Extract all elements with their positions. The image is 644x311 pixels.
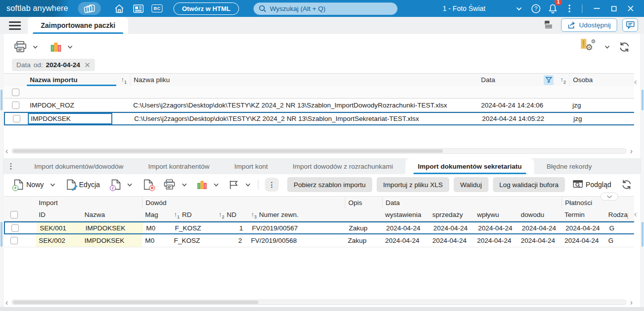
share-button[interactable]: Udostępnij — [561, 18, 617, 32]
tab-import-kont[interactable]: Import kont — [222, 158, 280, 174]
column-header-sprzedazy[interactable]: sprzedaży — [429, 208, 474, 221]
cell-data[interactable]: 2024-04-24 14:24:06 — [478, 99, 557, 111]
group-header-data[interactable]: Data — [382, 197, 562, 208]
scrollbar-thumb[interactable] — [0, 222, 2, 247]
column-header-mag[interactable]: Mag — [142, 208, 171, 221]
cell-numer-zewn[interactable]: FV/2019/00568 — [248, 234, 345, 247]
cell-nazwa-pliku[interactable]: C:\Users\j2zagors\Desktop\dok\TESTY\KZ 2… — [130, 99, 478, 111]
menu-button[interactable] — [9, 21, 21, 30]
cell-osoba[interactable]: jzg — [569, 99, 619, 111]
cell-rd[interactable]: F_KOSZ — [172, 222, 217, 233]
cell-data[interactable]: 2024-04-24 14:05:22 — [479, 113, 558, 124]
maximize-button[interactable] — [605, 1, 622, 15]
settings-warning-button[interactable]: ! ⚙ ⚙ — [581, 40, 597, 53]
more-actions-button[interactable]: ⋮ — [265, 178, 279, 192]
cell-termin[interactable]: 2024-04-24 — [562, 234, 605, 247]
settings-dropdown[interactable] — [604, 44, 611, 50]
modules-button[interactable] — [78, 2, 101, 15]
cell-termin[interactable]: 2024-04-24 — [563, 222, 606, 233]
cell-rodzaj[interactable]: G — [606, 222, 629, 233]
cell-rodzaj[interactable]: G — [605, 234, 628, 247]
column-header-nazwa-pliku[interactable]: Nazwa pliku — [130, 74, 478, 86]
bc-button[interactable]: BC — [148, 1, 166, 15]
column-header-wplywu[interactable]: wpływu — [474, 208, 518, 221]
cell-nazwa-importu-focused[interactable]: IMPDOKSEK — [28, 113, 118, 124]
scrollbar-track[interactable] — [11, 148, 626, 154]
open-in-html-button[interactable]: Otwórz w HTML — [173, 2, 239, 15]
filter-remove-icon[interactable]: ✕ — [84, 61, 90, 69]
document-info-dropdown[interactable] — [126, 182, 133, 188]
more-options-button[interactable] — [561, 1, 578, 15]
cell-id[interactable]: SEK/002 — [36, 234, 81, 247]
delete-button[interactable]: ✕ — [143, 178, 154, 191]
notifications-button[interactable]: 1 — [544, 1, 561, 15]
minimize-button[interactable] — [588, 1, 605, 15]
cell-opis[interactable]: Zakup — [346, 222, 383, 233]
tab-import-kontrahentow[interactable]: Import kontrahentów — [136, 158, 222, 174]
cell-nazwa-importu[interactable]: IMPDOK_ROZ — [27, 99, 117, 111]
scroll-right-icon[interactable]: › — [629, 147, 634, 155]
scroll-left-icon[interactable]: ‹ — [4, 299, 9, 307]
cell-mag[interactable]: M0 — [142, 234, 171, 247]
column-header-dowodu[interactable]: dowodu — [518, 208, 562, 221]
cell-dowodu[interactable]: 2024-04-24 — [518, 234, 562, 247]
cell-sprzedazy[interactable]: 2024-04-24 — [429, 234, 474, 247]
chart-detail-button[interactable] — [196, 179, 208, 191]
top-grid-horizontal-scrollbar[interactable]: ‹ › — [4, 147, 634, 155]
column-header-nazwa[interactable]: Nazwa — [81, 208, 142, 221]
tab-zaimportowane-paczki[interactable]: Zaimportowane paczki — [28, 17, 128, 34]
cell-opis[interactable]: Zakup — [345, 234, 382, 247]
column-header-nd[interactable]: ↑2 ND — [216, 208, 248, 221]
scrollbar-thumb[interactable] — [13, 301, 258, 304]
column-header-nazwa-importu[interactable]: Nazwa importu — [27, 74, 117, 86]
print-detail-dropdown[interactable] — [181, 182, 188, 188]
chat-button[interactable] — [622, 18, 638, 32]
cell-id[interactable]: SEK/001 — [37, 222, 82, 233]
company-selector[interactable]: 1 - Foto Świat — [443, 4, 485, 12]
tab-bledne-rekordy[interactable]: Błędne rekordy — [534, 158, 604, 174]
row-checkbox[interactable] — [12, 102, 19, 109]
cell-wystawienia[interactable]: 2024-04-24 — [383, 222, 430, 233]
bottom-grid-horizontal-scrollbar[interactable]: ‹ › — [4, 299, 634, 306]
search-box[interactable] — [253, 2, 398, 15]
cell-nd[interactable]: 2 — [216, 234, 248, 247]
cell-osoba[interactable]: jzg — [570, 113, 620, 124]
scroll-right-icon[interactable]: › — [629, 299, 634, 307]
group-header-platnosci[interactable]: Płatności — [562, 197, 628, 208]
cell-dowodu[interactable]: 2024-04-24 — [519, 222, 563, 233]
cell-numer-zewn[interactable]: FV/2019/00567 — [249, 222, 346, 233]
tab-import-dokumentow-sekretariatu[interactable]: Import dokumentów sekretariatu — [405, 158, 534, 174]
cell-nd[interactable]: 1 — [217, 222, 249, 233]
column-header-id[interactable]: ID — [36, 208, 81, 221]
column-header-osoba[interactable]: Osoba — [569, 74, 619, 86]
row-checkbox[interactable] — [10, 237, 18, 244]
scrollbar-thumb[interactable] — [642, 222, 644, 247]
flag-dropdown[interactable] — [244, 182, 251, 188]
cell-rd[interactable]: F_KOSZ — [171, 234, 216, 247]
pin-panel-button[interactable] — [541, 18, 556, 32]
cell-nazwa-pliku[interactable]: C:\Users\j2zagors\Desktop\dok\TESTY\KZ 2… — [131, 113, 479, 124]
row-checkbox[interactable] — [11, 224, 19, 232]
filter-chip[interactable]: Data od: 2024-04-24 ✕ — [12, 59, 95, 71]
collapse-panel-left-icon[interactable]: ‹ — [634, 209, 637, 218]
flag-button[interactable] — [228, 179, 240, 191]
cell-wystawienia[interactable]: 2024-04-24 — [382, 234, 429, 247]
tab-import-dowodow-z-rozrachunkami[interactable]: Import dowodów z rozrachunkami — [280, 158, 405, 174]
chart-button[interactable] — [50, 40, 63, 53]
cell-sprzedazy[interactable]: 2024-04-24 — [430, 222, 475, 233]
chart-detail-dropdown[interactable] — [213, 182, 220, 188]
news-button[interactable] — [129, 1, 148, 15]
close-button[interactable] — [622, 1, 639, 15]
help-button[interactable]: ? — [527, 1, 544, 15]
log-walidacji-bufora-button[interactable]: Log walidacji bufora — [493, 177, 565, 192]
refresh-detail-button[interactable] — [620, 179, 633, 191]
tab-import-dokumentow-dowodow[interactable]: Import dokumentów/dowodów — [22, 158, 136, 174]
print-dropdown[interactable] — [32, 44, 39, 50]
column-header-rodzaj[interactable]: Rodzaj — [605, 208, 628, 221]
column-header-rd[interactable]: ↑1 RD — [171, 208, 216, 221]
scrollbar-track[interactable] — [11, 300, 626, 305]
document-info-button[interactable]: i — [110, 178, 122, 191]
group-header-opis[interactable]: Opis — [345, 197, 382, 208]
table-row[interactable]: IMPDOK_ROZ C:\Users\j2zagors\Desktop\dok… — [4, 99, 634, 112]
waliduj-button[interactable]: Waliduj — [454, 177, 488, 192]
